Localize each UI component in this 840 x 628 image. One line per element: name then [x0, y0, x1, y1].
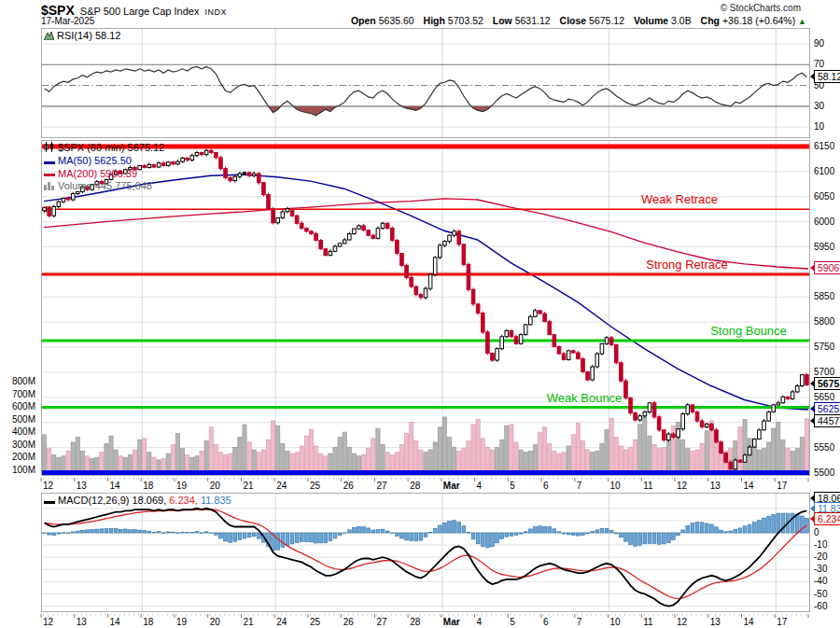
x-axis-label: 5 [510, 617, 515, 627]
price-axis-label: 5850 [814, 291, 834, 301]
x-axis-label: 10 [610, 617, 621, 627]
low-value: 5631.12 [515, 15, 551, 26]
rsi-legend-text: RSI(14) 58.12 [57, 30, 120, 41]
x-axis-label: 21 [243, 481, 253, 491]
x-axis-label: 12 [43, 617, 53, 627]
x-axis-label: 6 [543, 481, 549, 491]
macd-axis-label: -50 [814, 588, 827, 598]
chg-value: +36.18 (+0.64%) [722, 15, 795, 26]
volume-axis-label: 700M [0, 388, 35, 398]
stockchart-root: $SPXS&P 500 Large Cap IndexINDX © StockC… [0, 0, 840, 628]
macd-legend-value: 6.234, [166, 495, 198, 506]
price-value-tag: 5625.50 [814, 402, 840, 415]
price-axis-label: 5500 [814, 467, 834, 477]
x-axis-label: 11 [643, 617, 652, 627]
volume-axis-label: 800M [0, 376, 35, 386]
price-axis-label: 6050 [814, 190, 834, 201]
x-axis-label: 12 [677, 481, 687, 491]
volume-axis-label: 400M [0, 426, 35, 437]
ma50-line-icon [44, 156, 55, 168]
macd-line-icon [44, 495, 55, 508]
annotation-label: Weak Retrace [641, 192, 718, 206]
x-axis-label: 13 [77, 481, 87, 491]
rsi-axis-label: 90 [814, 38, 824, 49]
macd-legend-value: 11.835 [198, 495, 231, 506]
x-axis-label: 19 [176, 617, 187, 627]
price-axis-label: 6100 [814, 165, 834, 175]
price-axis-label: 6150 [814, 141, 834, 151]
macd-plot [42, 494, 809, 611]
volume-axis-label: 300M [0, 439, 35, 449]
x-axis-label: 17 [777, 481, 787, 491]
x-axis-label: 14 [109, 481, 119, 491]
x-axis-label: 7 [577, 481, 582, 491]
macd-legend-name: MACD(12,26,9) [58, 495, 129, 506]
chg-label: Chg [701, 15, 720, 26]
volume-axis-label: 600M [0, 401, 35, 412]
chg-up-arrow-icon: ▲ [798, 17, 806, 26]
macd-axis-label: -20 [814, 551, 827, 562]
x-axis-label: 21 [243, 617, 253, 627]
copyright-label: © StockCharts.com [721, 3, 801, 13]
candlestick-icon [44, 142, 55, 155]
ma50-legend-text: MA(50) 5625.50 [58, 155, 132, 166]
x-axis-label: 5 [510, 481, 515, 491]
x-axis-label: 28 [410, 481, 420, 491]
x-axis-label: 25 [310, 617, 320, 627]
rsi-panel [41, 28, 810, 138]
x-axis-label: 13 [710, 617, 721, 627]
macd-legend-values: 18.069, 6.234, 11.835 [132, 495, 231, 506]
open-value: 5635.60 [379, 15, 414, 26]
x-axis-label: 17 [777, 617, 787, 627]
rsi-area-icon [44, 31, 54, 43]
chart-date: 17-Mar-2025 [41, 16, 94, 26]
x-axis-label: 11 [643, 481, 652, 491]
price-axis-label: 5700 [814, 366, 834, 376]
x-axis-label: 27 [376, 481, 386, 491]
index-name: S&P 500 Large Cap Index [80, 6, 200, 17]
x-axis-label: 14 [744, 617, 754, 627]
x-axis-label: 20 [210, 481, 220, 491]
ma200-line-icon [44, 168, 55, 180]
volume-bars-icon [44, 181, 55, 193]
x-axis-label: 13 [710, 481, 721, 491]
price-axis-label: 6000 [814, 216, 834, 226]
rsi-legend: RSI(14) 58.12 [44, 30, 120, 43]
macd-legend-value: 18.069, [132, 495, 166, 506]
volume-label: Volume [634, 15, 668, 26]
x-axis-label: 4 [477, 617, 483, 627]
ma200-legend-text: MA(200) 5906.39 [58, 168, 137, 179]
x-axis-label: Mar [443, 617, 460, 627]
price-axis-label: 5750 [814, 342, 834, 352]
rsi-axis-label: 70 [814, 59, 824, 69]
x-axis-label: Mar [443, 481, 460, 491]
annotation-label: Weak Bounce [547, 391, 623, 405]
rsi-axis-label: 10 [814, 121, 824, 132]
x-axis-label: 6 [543, 617, 549, 627]
volume-legend-text: Volume 445,775,648 [58, 180, 152, 191]
x-axis-label: 18 [143, 617, 153, 627]
x-axis-label: 27 [376, 617, 386, 627]
x-axis-label: 12 [677, 617, 687, 627]
macd-axis-label: -60 [814, 600, 827, 610]
x-axis-label: 18 [143, 481, 153, 491]
macd-legend: MACD(12,26,9) 18.069, 6.234, 11.835 [44, 495, 231, 508]
x-axis-label: 24 [276, 481, 287, 491]
x-axis-label: 14 [744, 481, 754, 491]
macd-panel [41, 493, 810, 612]
macd-axis-label: -10 [814, 539, 827, 550]
x-axis-label: 28 [410, 617, 420, 627]
macd-axis-label: -30 [814, 564, 827, 574]
x-axis-label: 20 [210, 617, 220, 627]
macd-axis-label: -40 [814, 576, 827, 586]
price-legend: $SPX (60 min) 5675.12 MA(50) 5625.50 MA(… [44, 142, 164, 193]
price-axis-label: 5950 [814, 241, 834, 251]
high-value: 5703.52 [448, 15, 483, 26]
rsi-value-tag: 58.12 [814, 70, 840, 83]
annotation-label: Stong Bounce [710, 324, 787, 338]
x-axis-label: 26 [343, 481, 354, 491]
x-axis-label: 25 [310, 481, 320, 491]
price-axis-label: 5650 [814, 391, 834, 401]
x-axis-label: 7 [577, 617, 582, 627]
quote-summary: Open 5635.60 High 5703.52 Low 5631.12 Cl… [351, 15, 806, 26]
